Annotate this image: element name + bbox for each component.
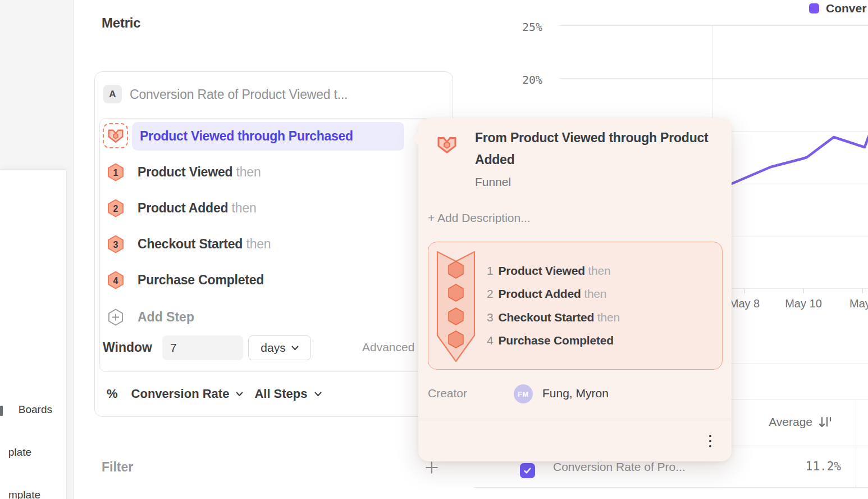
funnel-icon[interactable] <box>103 123 128 148</box>
step-2-number: 2 <box>107 199 124 218</box>
step-3-number: 3 <box>107 235 124 254</box>
popover-title: From Product Viewed through Product Adde… <box>475 127 716 171</box>
filter-heading: Filter <box>102 460 133 475</box>
app-screen: Boards plate mplate emplate plate Metric… <box>0 0 868 499</box>
series-checkbox[interactable] <box>520 463 535 478</box>
step-1-badge: 1 <box>107 163 124 182</box>
table-row-average: 11.2% <box>757 460 841 473</box>
funnel-step-4[interactable]: 4 Purchase Completed <box>107 271 264 289</box>
add-filter-button[interactable] <box>424 460 439 477</box>
funnel-step-2[interactable]: 2 Product Added then <box>107 199 257 217</box>
sidebar-item-template-2[interactable]: mplate <box>8 489 40 499</box>
window-label: Window <box>103 340 152 355</box>
step-2-name[interactable]: Product Added <box>138 201 228 215</box>
popover-divider <box>418 419 732 419</box>
series-a-badge: A <box>103 85 122 103</box>
plus-icon <box>424 460 439 475</box>
window-value: 7 <box>170 341 177 355</box>
add-step-button[interactable]: Add Step <box>107 308 194 326</box>
chevron-down-icon <box>291 346 299 351</box>
chevron-down-icon[interactable] <box>236 392 243 397</box>
y-tick-20: 20% <box>503 73 542 87</box>
creator-avatar: FM <box>514 384 533 403</box>
steps-scope-dropdown[interactable]: All Steps <box>254 387 307 401</box>
measure-dropdown[interactable]: Conversion Rate <box>131 387 230 401</box>
more-options-button[interactable] <box>703 433 717 450</box>
board-icon <box>0 406 3 416</box>
sidebar-item-boards[interactable]: Boards <box>19 403 52 416</box>
percent-symbol: % <box>107 387 118 401</box>
chart-legend[interactable]: Conver <box>809 2 866 15</box>
funnel-glyph-icon <box>107 128 124 143</box>
line-series <box>732 137 868 184</box>
add-step-icon <box>107 308 124 326</box>
measure-row: % Conversion Rate All Steps <box>107 387 322 401</box>
add-description-button[interactable]: + Add Description... <box>428 211 531 225</box>
step-4-badge: 4 <box>107 271 124 289</box>
step-2-then: then <box>232 201 257 215</box>
chevron-down-icon[interactable] <box>314 392 322 397</box>
y-tick-25: 25% <box>503 20 542 34</box>
window-unit-select[interactable]: days <box>248 335 311 360</box>
funnel-step-1[interactable]: 1 Product Viewed then <box>107 163 261 182</box>
popover-step-2: 2Product Added then <box>487 286 606 302</box>
step-3-name[interactable]: Checkout Started <box>138 237 243 251</box>
step-4-name[interactable]: Purchase Completed <box>138 273 264 287</box>
popover-step-4: 4Purchase Completed <box>487 333 614 348</box>
sidebar-item-template-1[interactable]: plate <box>8 446 31 459</box>
popover-step-1: 1Product Viewed then <box>487 263 611 279</box>
step-1-name[interactable]: Product Viewed <box>138 165 232 179</box>
selected-funnel-label[interactable]: Product Viewed through Purchased <box>140 129 353 144</box>
funnel-step-3[interactable]: 3 Checkout Started then <box>107 235 271 253</box>
legend-swatch <box>809 3 819 13</box>
table-border <box>473 487 868 488</box>
step-1-number: 1 <box>107 164 124 182</box>
table-row-label[interactable]: Conversion Rate of Pro... <box>553 460 686 474</box>
funnel-icon <box>437 135 457 156</box>
window-input[interactable]: 7 <box>162 335 243 360</box>
legend-label: Conver <box>826 2 866 15</box>
funnel-ribbon-graphic <box>436 250 476 366</box>
series-title[interactable]: Conversion Rate of Product Viewed t... <box>130 87 348 102</box>
x-tick-may12: May <box>849 297 868 310</box>
advanced-link[interactable]: Advanced <box>362 341 414 354</box>
funnel-summary-card: 1Product Viewed then 2Product Added then… <box>428 242 723 370</box>
step-2-badge: 2 <box>107 199 124 217</box>
popover-step-3: 3Checkout Started then <box>487 310 620 325</box>
metric-heading: Metric <box>102 15 141 31</box>
step-1-then: then <box>236 165 261 179</box>
step-3-then: then <box>246 237 271 251</box>
table-column-divider <box>856 400 856 487</box>
boards-menu-panel: Boards plate mplate emplate plate <box>0 170 67 499</box>
x-tick-may10: May 10 <box>778 297 829 310</box>
popover-type-label: Funnel <box>475 175 511 189</box>
add-step-label: Add Step <box>138 310 194 325</box>
funnel-details-popover: From Product Viewed through Product Adde… <box>418 118 732 461</box>
sort-descending-icon[interactable] <box>817 415 833 430</box>
creator-label: Creator <box>428 387 467 400</box>
step-3-badge: 3 <box>107 235 124 253</box>
step-4-number: 4 <box>107 271 124 290</box>
check-icon <box>523 467 532 474</box>
creator-name: Fung, Myron <box>542 387 609 400</box>
window-unit-value: days <box>261 341 285 355</box>
